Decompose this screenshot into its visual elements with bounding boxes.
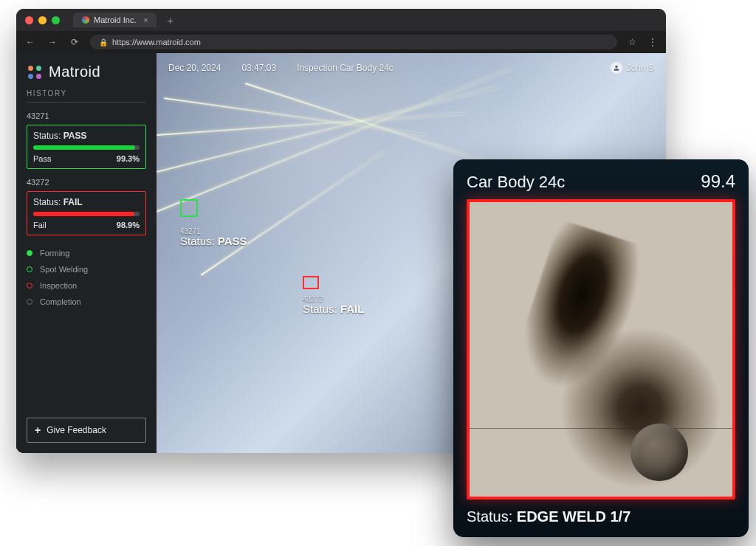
nav-back-icon[interactable]: ← [24,37,37,47]
stage-item: Completion [27,297,146,306]
user-name: John S [627,63,654,73]
detection-label: 43271Status: PASS [180,227,247,247]
stage-label: Completion [40,297,81,306]
history-card-result: Pass 99.3% [33,154,140,163]
stage-dot-icon [27,250,32,256]
stage-item: Inspection [27,281,146,290]
stage-label: Inspection [40,281,77,290]
browser-titlebar: Matroid Inc. × + [16,9,666,31]
close-window-icon[interactable] [25,16,33,24]
maximize-window-icon[interactable] [52,16,60,24]
feedback-label: Give Feedback [47,425,106,435]
stage-list: Forming Spot Welding Inspection Completi… [27,249,146,306]
brand-name: Matroid [49,63,100,80]
seam-line-graphic [470,428,732,429]
detail-popout: Car Body 24c 99.4 Status: EDGE WELD 1/7 [453,159,749,537]
browser-tab[interactable]: Matroid Inc. × [73,13,157,27]
stage-dot-icon [27,299,32,305]
bookmark-icon[interactable]: ☆ [626,37,638,47]
scorch-mark-graphic [503,219,665,429]
topbar-date: Dec 20, 2024 [168,63,221,73]
url-input[interactable]: 🔒 https://www.matroid.com [90,35,617,49]
popout-image[interactable] [467,199,735,500]
detection-box-pass[interactable] [180,199,198,217]
give-feedback-button[interactable]: + Give Feedback [27,418,146,443]
stage-item: Forming [27,249,146,258]
stage-label: Spot Welding [40,265,88,274]
window-controls[interactable] [25,16,60,24]
avatar-icon [611,62,622,74]
stage-item: Spot Welding [27,265,146,274]
topbar-time: 03:47:03 [241,63,276,73]
plus-icon: + [35,424,41,436]
history-card-status: Status: FAIL [33,197,140,207]
logo-mark-icon [27,64,43,80]
tab-title: Matroid Inc. [94,15,136,24]
brand-logo[interactable]: Matroid [27,63,146,80]
popout-title: Car Body 24c [467,173,565,192]
browser-toolbar: ← → ⟳ 🔒 https://www.matroid.com ☆ ⋮ [16,31,666,53]
stage-label: Forming [40,249,69,258]
tab-favicon-icon [82,16,89,24]
stage-dot-icon [27,283,32,288]
detection-box-fail[interactable] [303,276,319,289]
topbar-inspection: Inspection Car Body 24c [297,63,394,73]
url-text: https://www.matroid.com [112,38,201,46]
progress-bar [33,212,140,216]
reload-icon[interactable]: ⟳ [68,37,81,47]
history-card-status: Status: PASS [33,131,140,141]
detection-label: 43272Status: FAIL [303,295,364,315]
user-menu[interactable]: John S [611,62,654,74]
popout-status: Status: EDGE WELD 1/7 [467,508,735,525]
nav-forward-icon[interactable]: → [46,37,59,47]
history-card-pass[interactable]: Status: PASS Pass 99.3% [27,125,146,169]
new-tab-button[interactable]: + [167,14,173,27]
minimize-window-icon[interactable] [38,16,47,24]
progress-bar [33,145,140,150]
history-card-result: Fail 98.9% [33,221,140,229]
svg-point-0 [615,66,617,68]
popout-header: Car Body 24c 99.4 [467,171,735,192]
lock-icon: 🔒 [99,38,108,46]
popout-score: 99.4 [701,171,735,192]
history-card-id: 43272 [27,178,146,187]
viewport-topbar: Dec 20, 2024 03:47:03 Inspection Car Bod… [157,62,666,74]
sidebar: Matroid HISTORY 43271 Status: PASS Pass … [16,53,157,453]
history-card-fail[interactable]: Status: FAIL Fail 98.9% [27,191,146,235]
weld-nub-graphic [630,424,688,481]
history-card-id: 43271 [27,111,146,120]
menu-icon[interactable]: ⋮ [647,37,659,47]
close-tab-icon[interactable]: × [143,16,148,24]
history-heading: HISTORY [27,89,146,103]
stage-dot-icon [27,266,32,272]
